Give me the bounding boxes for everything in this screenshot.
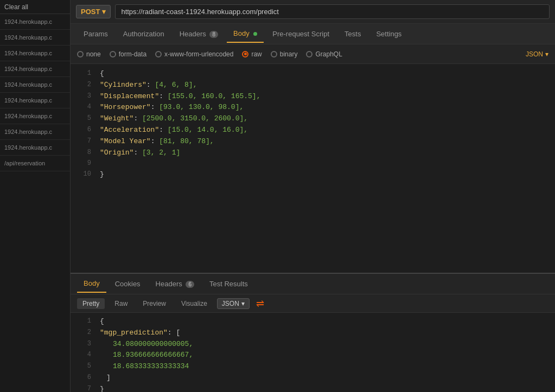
response-headers-badge: 6	[186, 281, 194, 288]
body-type-none[interactable]: none	[77, 50, 101, 58]
sidebar-header[interactable]: Clear all	[0, 0, 70, 14]
tab-tests[interactable]: Tests	[338, 25, 367, 42]
request-tabs: Params Authorization Headers 8 Body Pre-…	[71, 24, 555, 44]
format-preview[interactable]: Preview	[137, 298, 171, 309]
code-line-1: 1 {	[71, 68, 555, 80]
sidebar-item-4[interactable]: 1924.herokuapp.c	[0, 77, 70, 93]
resp-line-2: 2 "mgp_prediction": [	[71, 327, 555, 339]
clear-all-label[interactable]: Clear all	[4, 3, 28, 11]
json-type-dropdown[interactable]: JSON ▾	[526, 50, 548, 58]
url-input[interactable]	[115, 4, 550, 19]
tab-authorization[interactable]: Authorization	[117, 25, 171, 42]
response-tab-headers[interactable]: Headers 6	[149, 275, 201, 292]
resp-line-5: 5 18.683333333333334	[71, 361, 555, 372]
method-selector[interactable]: POST ▾	[76, 5, 111, 18]
resp-line-6: 6 ]	[71, 372, 555, 384]
code-line-8: 8 "Origin": [3, 2, 1]	[71, 147, 555, 159]
radio-form-data	[110, 51, 116, 57]
body-type-binary[interactable]: binary	[271, 50, 298, 58]
body-type-selector: none form-data x-www-form-urlencoded raw…	[71, 44, 555, 64]
sidebar-item-9[interactable]: /api/reservation	[0, 156, 70, 171]
code-line-6: 6 "Acceleration": [15.0, 14.0, 16.0],	[71, 125, 555, 136]
radio-none	[77, 51, 84, 57]
tab-pre-request[interactable]: Pre-request Script	[266, 25, 336, 42]
format-pretty[interactable]: Pretty	[77, 298, 105, 309]
resp-line-7: 7 }	[71, 384, 555, 392]
code-line-10: 10 }	[71, 169, 555, 181]
body-type-raw[interactable]: raw	[242, 50, 261, 58]
url-bar: POST ▾	[71, 0, 555, 24]
resp-line-4: 4 18.936666666666667,	[71, 350, 555, 361]
sidebar-item-5[interactable]: 1924.herokuapp.c	[0, 93, 70, 108]
response-json-label: JSON	[222, 300, 239, 307]
headers-badge: 8	[209, 31, 218, 38]
response-format-row: Pretty Raw Preview Visualize JSON ▾ ⇌	[71, 294, 555, 313]
response-tabs: Body Cookies Headers 6 Test Results	[71, 274, 555, 294]
code-line-7: 7 "Model Year": [81, 80, 78],	[71, 136, 555, 147]
code-line-3: 3 "Displacement": [155.0, 160.0, 165.5],	[71, 91, 555, 102]
radio-binary	[271, 51, 277, 57]
body-type-form-data[interactable]: form-data	[110, 50, 146, 58]
response-tab-test-results[interactable]: Test Results	[203, 275, 254, 292]
tab-headers[interactable]: Headers 8	[173, 25, 225, 42]
request-body-editor[interactable]: 1 { 2 "Cylinders": [4, 6, 8], 3 "Displac…	[71, 64, 555, 273]
sidebar-item-1[interactable]: 1924.herokuapp.c	[0, 30, 70, 46]
body-active-dot	[253, 32, 257, 36]
sidebar-item-0[interactable]: 1924.herokuapp.c	[0, 14, 70, 30]
json-dropdown-icon: ▾	[545, 50, 548, 58]
radio-graphql	[306, 51, 312, 57]
sidebar-item-7[interactable]: 1924.herokuapp.c	[0, 124, 70, 140]
method-label: POST	[81, 8, 100, 16]
sidebar-item-3[interactable]: 1924.herokuapp.c	[0, 61, 70, 77]
radio-urlencoded	[155, 51, 162, 57]
response-tab-body[interactable]: Body	[77, 275, 106, 293]
method-dropdown-icon: ▾	[102, 8, 106, 16]
wrap-icon[interactable]: ⇌	[256, 298, 264, 310]
format-raw[interactable]: Raw	[109, 298, 133, 309]
code-line-2: 2 "Cylinders": [4, 6, 8],	[71, 80, 555, 91]
sidebar-item-6[interactable]: 1924.herokuapp.c	[0, 108, 70, 124]
tab-settings[interactable]: Settings	[369, 25, 408, 42]
code-line-4: 4 "Horsepower": [93.0, 130.0, 98.0],	[71, 102, 555, 113]
format-visualize[interactable]: Visualize	[176, 298, 213, 309]
resp-line-3: 3 34.080000000000005,	[71, 339, 555, 350]
body-type-urlencoded[interactable]: x-www-form-urlencoded	[155, 50, 233, 58]
code-line-5: 5 "Weight": [2500.0, 3150.0, 2600.0],	[71, 113, 555, 125]
json-label: JSON	[526, 50, 543, 58]
response-tab-cookies[interactable]: Cookies	[109, 275, 147, 292]
response-json-dropdown[interactable]: JSON ▾	[217, 298, 250, 309]
main-content: POST ▾ Params Authorization Headers 8 Bo…	[71, 0, 555, 392]
response-section: Body Cookies Headers 6 Test Results Pret…	[71, 273, 555, 392]
response-json-arrow: ▾	[241, 300, 245, 307]
sidebar-item-2[interactable]: 1924.herokuapp.c	[0, 46, 70, 61]
tab-params[interactable]: Params	[77, 25, 114, 42]
tab-body[interactable]: Body	[227, 25, 264, 43]
sidebar: Clear all 1924.herokuapp.c 1924.herokuap…	[0, 0, 71, 392]
radio-raw	[242, 51, 248, 57]
response-body-viewer: 1 { 2 "mgp_prediction": [ 3 34.080000000…	[71, 313, 555, 392]
resp-line-1: 1 {	[71, 316, 555, 327]
body-type-graphql[interactable]: GraphQL	[306, 50, 342, 58]
sidebar-item-8[interactable]: 1924.herokuapp.c	[0, 140, 70, 156]
code-line-9: 9	[71, 158, 555, 169]
